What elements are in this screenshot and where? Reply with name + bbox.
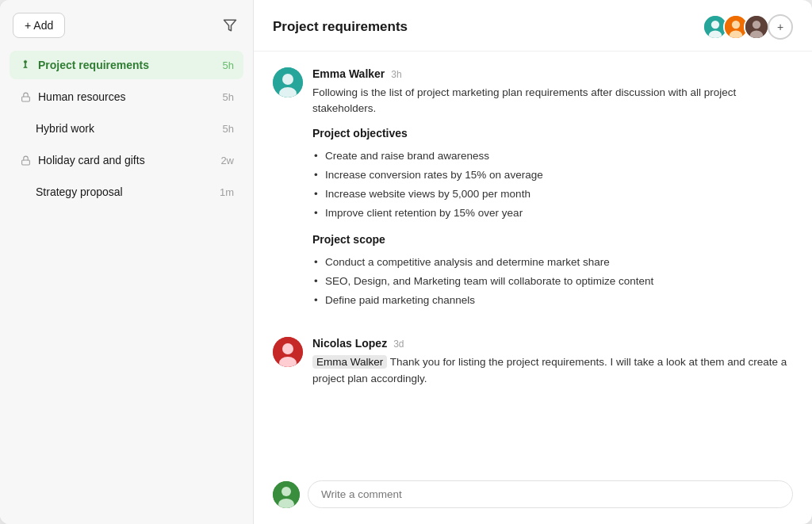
message-nicolas: Nicolas Lopez 3d Emma Walker Thank you f…: [273, 337, 793, 387]
app-container: + Add Project requirements 5h: [0, 0, 812, 524]
sidebar-item-label: Holiday card and gifts: [38, 154, 214, 166]
sidebar-item-label: Project requirements: [38, 59, 216, 71]
lock-icon: [19, 90, 32, 103]
sidebar-item-time: 5h: [223, 59, 234, 71]
avatar-ak-img: [745, 14, 768, 40]
message-text-nicolas: Emma Walker Thank you for listing the pr…: [312, 354, 793, 387]
list-item: Conduct a competitive analysis and deter…: [312, 253, 793, 272]
list-item: SEO, Design, and Marketing team will col…: [312, 272, 793, 291]
sidebar-item-label: Human resources: [38, 90, 216, 103]
no-icon: [19, 122, 29, 135]
message-body-emma: Emma Walker 3h Following is the list of …: [312, 67, 793, 318]
messages-area: Emma Walker 3h Following is the list of …: [254, 52, 812, 480]
sidebar-item-label: Hybrid work: [36, 122, 216, 135]
message-header-emma: Emma Walker 3h: [312, 67, 793, 80]
add-button[interactable]: + Add: [13, 13, 65, 38]
message-intro: Following is the list of project marketi…: [312, 85, 793, 117]
pin-icon: [19, 59, 32, 71]
filter-button[interactable]: [220, 15, 240, 36]
comment-input-row: [254, 480, 812, 524]
list-item: Define paid marketing channels: [312, 291, 793, 310]
svg-point-7: [732, 21, 740, 29]
sidebar-item-time: 5h: [223, 91, 234, 103]
message-time-emma: 3h: [391, 69, 401, 80]
message-author-emma: Emma Walker: [312, 67, 385, 80]
section-heading-1: Project objectives: [312, 125, 793, 142]
svg-point-10: [753, 21, 760, 29]
list-item: Increase conversion rates by 15% on aver…: [312, 166, 793, 185]
list-item: Improve client retention by 15% over yea…: [312, 204, 793, 223]
avatar-ak: [744, 14, 769, 40]
lock-icon-2: [19, 154, 32, 166]
sidebar: + Add Project requirements 5h: [0, 0, 254, 524]
sidebar-item-strategy-proposal[interactable]: Strategy proposal 1m: [10, 178, 243, 206]
sidebar-item-label: Strategy proposal: [36, 186, 213, 198]
svg-rect-1: [21, 96, 29, 101]
message-text-emma: Following is the list of project marketi…: [312, 85, 793, 310]
no-icon-2: [19, 186, 29, 198]
comment-input[interactable]: [308, 480, 793, 508]
svg-point-11: [750, 30, 763, 40]
sidebar-item-time: 2w: [220, 155, 234, 166]
svg-marker-0: [224, 20, 236, 31]
svg-point-8: [730, 30, 742, 40]
sidebar-item-project-requirements[interactable]: Project requirements 5h: [10, 51, 243, 79]
objectives-list: Create and raise brand awareness Increas…: [312, 147, 793, 224]
section-heading-2: Project scope: [312, 231, 793, 248]
message-emma: Emma Walker 3h Following is the list of …: [273, 67, 793, 318]
sidebar-item-time: 5h: [223, 123, 234, 135]
scope-list: Conduct a competitive analysis and deter…: [312, 253, 793, 311]
svg-point-13: [282, 74, 293, 85]
svg-point-16: [282, 343, 293, 354]
main-content: Project requirements: [254, 0, 812, 524]
plus-icon: +: [777, 21, 783, 33]
sidebar-item-human-resources[interactable]: Human resources 5h: [10, 82, 243, 111]
svg-point-5: [709, 30, 722, 40]
sidebar-item-hybrid-work[interactable]: Hybrid work 5h: [10, 114, 243, 143]
message-body-nicolas: Nicolas Lopez 3d Emma Walker Thank you f…: [312, 337, 793, 387]
svg-rect-2: [21, 159, 29, 164]
sidebar-header: + Add: [10, 13, 243, 38]
commenter-avatar: [273, 481, 300, 508]
sidebar-item-time: 1m: [220, 186, 234, 198]
message-time-nicolas: 3d: [393, 338, 404, 350]
add-member-button[interactable]: +: [768, 14, 793, 40]
avatar-nicolas: [273, 337, 303, 367]
filter-icon: [223, 18, 237, 33]
message-header-nicolas: Nicolas Lopez 3d: [312, 337, 793, 350]
list-item: Increase website views by 5,000 per mont…: [312, 185, 793, 204]
list-item: Create and raise brand awareness: [312, 147, 793, 166]
main-header: Project requirements: [254, 0, 812, 52]
page-title: Project requirements: [273, 19, 408, 35]
sidebar-item-holiday-card[interactable]: Holiday card and gifts 2w: [10, 146, 243, 174]
svg-point-19: [282, 487, 291, 496]
message-author-nicolas: Nicolas Lopez: [312, 337, 387, 350]
svg-point-4: [711, 21, 719, 29]
avatar-emma: [273, 67, 303, 98]
avatars-group: +: [703, 14, 793, 40]
mention-emma: Emma Walker: [312, 355, 387, 369]
